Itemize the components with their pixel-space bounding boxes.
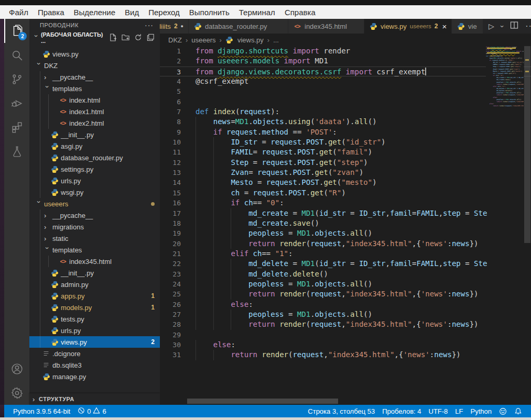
code-line-9[interactable]: 9if request.method == 'POST': bbox=[160, 127, 531, 137]
menu-item-4[interactable]: Переход bbox=[144, 8, 185, 17]
code-line-23[interactable]: 23md_delete.delete() bbox=[160, 269, 531, 279]
menu-item-7[interactable]: Справка bbox=[280, 8, 320, 17]
code-line-25[interactable]: 25return render(request,"index345.html",… bbox=[160, 289, 531, 299]
tab-index345.html[interactable]: <>index345.html bbox=[288, 19, 364, 34]
tree-item-templates[interactable]: ›templates bbox=[29, 244, 160, 256]
code-line-19[interactable]: 19peopless = MD1.objects.all() bbox=[160, 228, 531, 238]
tab-diiits[interactable]: diiits2● bbox=[160, 19, 189, 34]
tree-item-__pycache__[interactable]: ›__pycache__ bbox=[29, 71, 160, 83]
refresh-icon[interactable] bbox=[134, 34, 142, 42]
tree-item-wsgi.py[interactable]: wsgi.py bbox=[29, 186, 160, 198]
code-line-5[interactable]: 5 bbox=[160, 86, 531, 96]
menu-item-1[interactable]: Правка bbox=[33, 8, 69, 17]
problems-status[interactable]: 0 6 bbox=[74, 407, 110, 416]
code-line-7[interactable]: 7def index(request): bbox=[160, 107, 531, 117]
encoding-status[interactable]: UTF-8 bbox=[425, 407, 452, 415]
tree-item-index.html[interactable]: <>index.html bbox=[29, 94, 160, 106]
tree-item-asgi.py[interactable]: asgi.py bbox=[29, 140, 160, 152]
tree-item-db.sqlite3[interactable]: db.sqlite3 bbox=[29, 359, 160, 371]
tab-database_roouter.py[interactable]: database_roouter.py bbox=[189, 19, 288, 34]
menu-item-0[interactable]: Файл bbox=[4, 8, 33, 17]
code-line-24[interactable]: 24peopless = MD1.objects.all() bbox=[160, 279, 531, 289]
code-line-18[interactable]: 18md_create.save() bbox=[160, 218, 531, 228]
sidebar-more-actions-icon[interactable]: ··· bbox=[145, 21, 154, 29]
breadcrumb-item-...[interactable]: ... bbox=[273, 36, 279, 44]
tree-item-index1.html[interactable]: <>index1.html bbox=[29, 106, 160, 117]
code-line-27[interactable]: 27peopless = MD1.objects.all() bbox=[160, 310, 531, 319]
code-line-11[interactable]: 11FAMIL= request.POST.get("famil") bbox=[160, 147, 531, 157]
code-line-12[interactable]: 12Step = request.POST.get("step") bbox=[160, 158, 531, 168]
code-line-10[interactable]: 10ID_str = request.POST.get("id_str") bbox=[160, 137, 531, 147]
tree-item-views.py[interactable]: views.py bbox=[29, 48, 160, 60]
code-line-3[interactable]: 3from django.views.decorators.csrf impor… bbox=[160, 67, 531, 76]
workspace-section-header[interactable]: › (РАБОЧАЯ ОБЛАСТЬ) ... bbox=[29, 31, 160, 44]
code-line-31[interactable]: 31return render(request,"index345.html",… bbox=[160, 350, 531, 360]
menu-item-6[interactable]: Терминал bbox=[234, 8, 280, 17]
tree-item-migrations[interactable]: ›migrations bbox=[29, 221, 160, 233]
settings-icon[interactable] bbox=[4, 381, 29, 405]
tree-item-apps.py[interactable]: apps.py1 bbox=[29, 290, 160, 302]
new-folder-icon[interactable] bbox=[122, 34, 129, 42]
breadcrumb-item-DKZ[interactable]: DKZ bbox=[168, 36, 182, 44]
account-icon[interactable] bbox=[4, 357, 29, 381]
tree-item-database_roouter.py[interactable]: database_roouter.py bbox=[29, 152, 160, 163]
explorer-icon[interactable]: 2 bbox=[4, 19, 29, 43]
split-editor-icon[interactable] bbox=[510, 21, 518, 31]
eol-status[interactable]: LF bbox=[451, 407, 467, 415]
breadcrumb-item-useeers[interactable]: useeers bbox=[191, 36, 215, 44]
code-line-28[interactable]: 28return render(request,"index345.html",… bbox=[160, 319, 531, 329]
close-tab-icon[interactable]: × bbox=[442, 22, 447, 31]
code-line-21[interactable]: 21elif ch== "1": bbox=[160, 249, 531, 259]
code-line-13[interactable]: 13Zvan= request.POST.get("zvan") bbox=[160, 168, 531, 178]
tree-item-views.py[interactable]: views.py2 bbox=[29, 336, 160, 348]
menu-item-3[interactable]: Вид bbox=[120, 8, 144, 17]
language-mode-status[interactable]: Python bbox=[467, 407, 495, 415]
tree-item-__init__.py[interactable]: __init__.py bbox=[29, 129, 160, 140]
collapse-folders-icon[interactable] bbox=[147, 34, 155, 42]
extensions-icon[interactable] bbox=[4, 115, 29, 139]
code-line-22[interactable]: 22md_delete = MD1(id_str = ID_str,famil=… bbox=[160, 259, 531, 269]
breadcrumb-item-views.py[interactable]: views.py bbox=[237, 36, 264, 44]
code-line-14[interactable]: 14Mesto = request.POST.get("mesto") bbox=[160, 178, 531, 187]
horizontal-scrollbar-thumb[interactable] bbox=[187, 399, 338, 404]
tree-item-manage.py[interactable]: manage.py bbox=[29, 371, 160, 382]
tree-item-templates[interactable]: ›templates bbox=[29, 83, 160, 94]
run-python-file-icon[interactable]: ▷ bbox=[489, 22, 494, 30]
code-line-15[interactable]: 15ch = request.POST.get("R") bbox=[160, 188, 531, 198]
tree-item-__init__.py[interactable]: __init__.py bbox=[29, 267, 160, 279]
feedback-icon[interactable] bbox=[495, 407, 511, 415]
code-line-16[interactable]: 16if ch== "0": bbox=[160, 198, 531, 208]
code-line-1[interactable]: 1from django.shortcuts import render bbox=[160, 46, 531, 56]
minimap[interactable]: from django.shortcuts import renderfrom … bbox=[486, 46, 524, 151]
tree-item-static[interactable]: ›static bbox=[29, 233, 160, 244]
testing-icon[interactable] bbox=[4, 139, 29, 163]
tree-item-settings.py[interactable]: settings.py bbox=[29, 163, 160, 175]
tree-item-.dcignore[interactable]: .dcignore bbox=[29, 348, 160, 359]
notifications-bell-icon[interactable] bbox=[511, 407, 526, 415]
tree-item-__pycache__[interactable]: ›__pycache__ bbox=[29, 209, 160, 221]
code-editor[interactable]: 1from django.shortcuts import render2fro… bbox=[160, 46, 531, 405]
tree-item-urls.py[interactable]: urls.py bbox=[29, 325, 160, 336]
menu-item-5[interactable]: Выполнить bbox=[185, 8, 234, 17]
tree-item-urls.py[interactable]: urls.py bbox=[29, 175, 160, 186]
tab-views.py[interactable]: views.pyuseeers2× bbox=[364, 19, 452, 34]
tree-item-models.py[interactable]: models.py1 bbox=[29, 302, 160, 313]
tree-item-useeers[interactable]: ›useeers bbox=[29, 198, 160, 209]
tree-item-DKZ[interactable]: ›DKZ bbox=[29, 60, 160, 71]
code-line-17[interactable]: 17md_create = MD1(id_str = ID_str,famil=… bbox=[160, 208, 531, 218]
tree-item-index2.html[interactable]: <>index2.html bbox=[29, 117, 160, 129]
tree-item-tests.py[interactable]: tests.py bbox=[29, 313, 160, 325]
source-control-icon[interactable] bbox=[4, 67, 29, 91]
code-line-8[interactable]: 8news=MD1.objects.using('daata').all() bbox=[160, 117, 531, 127]
code-line-30[interactable]: 30else: bbox=[160, 340, 531, 350]
run-dropdown-chevron-icon[interactable]: › bbox=[498, 25, 506, 27]
python-interpreter-status[interactable]: Python 3.9.5 64-bit bbox=[9, 407, 74, 415]
vertical-scrollbar-thumb[interactable] bbox=[524, 46, 530, 243]
code-line-29[interactable]: 29 bbox=[160, 330, 531, 340]
code-line-4[interactable]: 4@csrf_exempt bbox=[160, 76, 531, 86]
indentation-status[interactable]: Пробелов: 4 bbox=[378, 407, 425, 415]
code-line-6[interactable]: 6 bbox=[160, 97, 531, 107]
dirty-dot-icon[interactable]: ● bbox=[181, 24, 183, 29]
code-line-26[interactable]: 26else: bbox=[160, 300, 531, 310]
tree-item-index345.html[interactable]: <>index345.html bbox=[29, 256, 160, 267]
